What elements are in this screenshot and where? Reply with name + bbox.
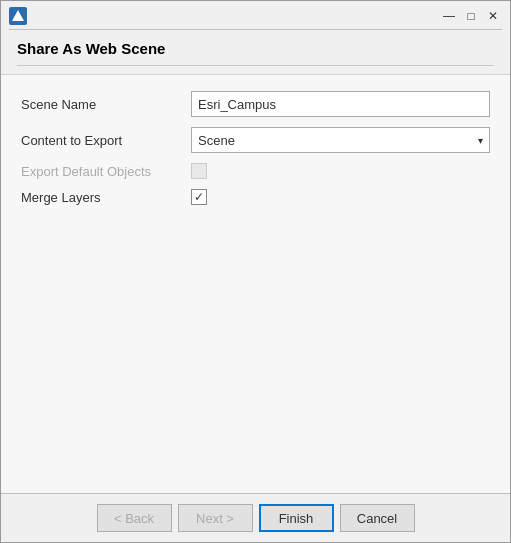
maximize-button[interactable]: □ <box>462 7 480 25</box>
back-button[interactable]: < Back <box>97 504 172 532</box>
merge-layers-checkbox[interactable]: ✓ <box>191 189 207 205</box>
title-bar: — □ ✕ <box>1 1 510 29</box>
dropdown-arrow-icon: ▾ <box>478 135 483 146</box>
app-icon <box>9 7 27 25</box>
merge-layers-check-icon: ✓ <box>194 191 204 203</box>
finish-button[interactable]: Finish <box>259 504 334 532</box>
title-bar-controls: — □ ✕ <box>440 7 502 25</box>
scene-name-row: Scene Name <box>21 91 490 117</box>
scene-name-label: Scene Name <box>21 97 191 112</box>
export-default-row: Export Default Objects <box>21 163 490 179</box>
next-button[interactable]: Next > <box>178 504 253 532</box>
content-export-select[interactable]: Scene ▾ <box>191 127 490 153</box>
merge-layers-row: Merge Layers ✓ <box>21 189 490 205</box>
content-export-row: Content to Export Scene ▾ <box>21 127 490 153</box>
export-default-checkbox[interactable] <box>191 163 207 179</box>
scene-name-input[interactable] <box>191 91 490 117</box>
dialog-header: Share As Web Scene <box>1 30 510 74</box>
close-button[interactable]: ✕ <box>484 7 502 25</box>
cancel-button[interactable]: Cancel <box>340 504 415 532</box>
content-area: Scene Name Content to Export Scene ▾ Exp… <box>1 74 510 493</box>
content-export-label: Content to Export <box>21 133 191 148</box>
export-default-label: Export Default Objects <box>21 164 191 179</box>
footer: < Back Next > Finish Cancel <box>1 493 510 542</box>
content-export-value: Scene <box>198 133 235 148</box>
minimize-button[interactable]: — <box>440 7 458 25</box>
dialog-title: Share As Web Scene <box>17 40 494 57</box>
title-bar-left <box>9 7 27 25</box>
header-divider <box>17 65 494 66</box>
merge-layers-label: Merge Layers <box>21 190 191 205</box>
dialog-window: — □ ✕ Share As Web Scene Scene Name Cont… <box>0 0 511 543</box>
